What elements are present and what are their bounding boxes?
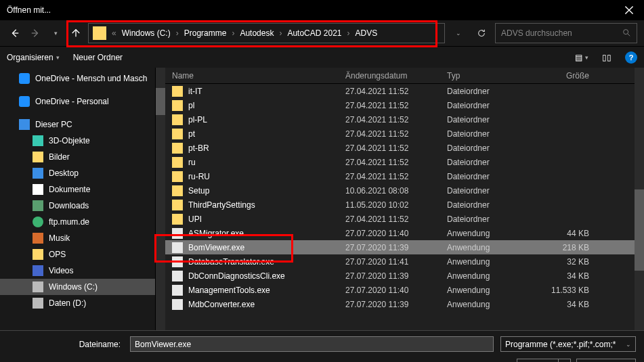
file-row[interactable]: DbConnDiagnosticsCli.exe 27.07.2020 11:3…	[165, 269, 635, 283]
file-row[interactable]: it-IT 27.04.2021 11:52 Dateiordner	[165, 84, 635, 98]
file-row[interactable]: ASMigrator.exe 27.07.2020 11:40 Anwendun…	[165, 226, 635, 240]
file-row[interactable]: pt 27.04.2021 11:52 Dateiordner	[165, 127, 635, 141]
breadcrumb-advs[interactable]: ADVS	[351, 28, 382, 38]
preview-pane-toggle[interactable]: ▯▯	[602, 53, 611, 62]
chevron-down-icon: ⌄	[626, 341, 631, 348]
file-list: it-IT 27.04.2021 11:52 Dateiordner pl 27…	[165, 84, 635, 330]
file-date: 27.04.2021 11:52	[345, 143, 447, 153]
file-type: Dateiordner	[447, 158, 528, 167]
sidebar-desktop[interactable]: Desktop	[0, 165, 155, 181]
organize-menu[interactable]: Organisieren▾	[7, 53, 60, 62]
search-placeholder: ADVS durchsuchen	[501, 28, 622, 38]
folder-icon	[172, 100, 183, 111]
file-type-filter[interactable]: Programme (*.exe;*.pif;*.com;*⌄	[500, 336, 636, 352]
arrow-right-icon	[30, 28, 40, 38]
folder-icon	[172, 114, 183, 125]
sidebar-scrollbar[interactable]	[156, 68, 165, 330]
new-folder-button[interactable]: Neuer Ordner	[73, 53, 123, 62]
col-name[interactable]: Name	[172, 71, 345, 81]
open-button[interactable]: Öffnen▾	[517, 359, 571, 362]
chevron-right-icon: ›	[175, 28, 180, 38]
file-type: Dateiordner	[447, 186, 528, 196]
sidebar-daten-d[interactable]: Daten (D:)	[0, 295, 155, 311]
folder-icon	[172, 214, 183, 225]
filename-row: Dateiname: BomViewer.exe Programme (*.ex…	[8, 336, 636, 352]
breadcrumb-autodesk[interactable]: Autodesk	[236, 28, 278, 38]
file-row[interactable]: Setup 10.06.2021 08:08 Dateiordner	[165, 183, 635, 198]
chevron-right-icon: ›	[278, 28, 283, 38]
file-row[interactable]: UPI 27.04.2021 11:52 Dateiordner	[165, 212, 635, 226]
sidebar-videos[interactable]: Videos	[0, 263, 155, 279]
sidebar-onedrive-personal[interactable]: OneDrive - Personal	[0, 93, 155, 110]
sidebar-this-pc[interactable]: Dieser PC	[0, 116, 155, 133]
filename-input[interactable]: BomViewer.exe	[130, 336, 494, 352]
pictures-icon	[33, 152, 43, 162]
file-type: Dateiordner	[447, 87, 528, 96]
col-type[interactable]: Typ	[447, 71, 528, 81]
cloud-icon	[19, 73, 30, 84]
refresh-button[interactable]	[472, 24, 491, 43]
button-row: Öffnen▾ Abbrechen	[8, 359, 636, 362]
svg-point-0	[624, 29, 628, 34]
cancel-button[interactable]: Abbrechen	[576, 359, 636, 362]
sidebar-item-label: OPS	[49, 250, 66, 259]
file-row[interactable]: pt-BR 27.04.2021 11:52 Dateiordner	[165, 141, 635, 155]
folder-icon	[172, 185, 183, 196]
file-type: Anwendung	[447, 257, 528, 267]
file-row[interactable]: ru-RU 27.04.2021 11:52 Dateiordner	[165, 169, 635, 183]
sidebar-ftp[interactable]: ftp.mum.de	[0, 214, 155, 230]
file-row[interactable]: pl 27.04.2021 11:52 Dateiordner	[165, 98, 635, 112]
open-split-dropdown[interactable]: ▾	[558, 359, 570, 362]
help-button[interactable]: ?	[625, 51, 637, 64]
3d-icon	[33, 135, 43, 146]
breadcrumb-prefix: «	[110, 28, 118, 38]
sidebar: OneDrive - Mensch und Masch OneDrive - P…	[0, 68, 156, 330]
filelist-scrollbar[interactable]	[635, 68, 644, 330]
forward-button[interactable]	[27, 25, 43, 41]
file-name: ru	[188, 158, 345, 167]
sidebar-pictures[interactable]: Bilder	[0, 149, 155, 165]
folder-icon	[172, 200, 183, 210]
pc-icon	[19, 119, 30, 130]
view-options[interactable]: ▤ ▾	[575, 53, 588, 62]
file-pane: Name Änderungsdatum Typ Größe it-IT 27.0…	[165, 68, 635, 330]
sidebar-item-label: Videos	[49, 266, 73, 275]
file-name: DatabaseTranslator.exe	[188, 257, 345, 267]
sidebar-item-label: OneDrive - Mensch und Masch	[35, 74, 147, 83]
file-row[interactable]: DatabaseTranslator.exe 27.07.2020 11:41 …	[165, 254, 635, 269]
main-area: OneDrive - Mensch und Masch OneDrive - P…	[0, 68, 644, 330]
sidebar-downloads[interactable]: Downloads	[0, 198, 155, 214]
address-bar[interactable]: « Windows (C:) › Programme › Autodesk › …	[88, 23, 445, 43]
file-row[interactable]: ThirdPartySettings 11.05.2020 10:02 Date…	[165, 198, 635, 212]
col-size[interactable]: Größe	[528, 71, 589, 81]
search-input[interactable]: ADVS durchsuchen	[495, 23, 637, 43]
folder-icon	[172, 157, 183, 168]
close-button[interactable]	[614, 0, 644, 20]
file-row[interactable]: BomViewer.exe 27.07.2020 11:39 Anwendung…	[165, 240, 635, 254]
scrollbar-thumb[interactable]	[635, 189, 644, 271]
exe-icon	[172, 228, 183, 239]
back-button[interactable]	[7, 25, 23, 41]
col-date[interactable]: Änderungsdatum	[345, 71, 447, 81]
sidebar-music[interactable]: Musik	[0, 230, 155, 246]
address-dropdown[interactable]: ⌄	[449, 24, 468, 43]
file-row[interactable]: ManagementTools.exe 27.07.2020 11:40 Anw…	[165, 283, 635, 297]
sidebar-3d-objects[interactable]: 3D-Objekte	[0, 133, 155, 149]
sidebar-ops[interactable]: OPS	[0, 246, 155, 263]
file-date: 27.07.2020 11:39	[345, 300, 447, 309]
scrollbar-thumb[interactable]	[156, 88, 165, 115]
breadcrumb-root[interactable]: Windows (C:)	[118, 28, 175, 38]
breadcrumb-programme[interactable]: Programme	[180, 28, 231, 38]
sidebar-item-label: 3D-Objekte	[49, 136, 90, 145]
file-row[interactable]: MdbConverter.exe 27.07.2020 11:39 Anwend…	[165, 297, 635, 311]
recent-dropdown[interactable]: ▾	[47, 25, 64, 41]
sidebar-onedrive-work[interactable]: OneDrive - Mensch und Masch	[0, 70, 155, 87]
up-button[interactable]	[68, 25, 84, 41]
sidebar-windows-c[interactable]: Windows (C:)	[0, 279, 155, 295]
file-row[interactable]: pl-PL 27.04.2021 11:52 Dateiordner	[165, 112, 635, 127]
file-row[interactable]: ru 27.04.2021 11:52 Dateiordner	[165, 155, 635, 169]
file-type: Dateiordner	[447, 129, 528, 139]
cloud-icon	[19, 96, 30, 107]
sidebar-documents[interactable]: Dokumente	[0, 181, 155, 198]
breadcrumb-autocad[interactable]: AutoCAD 2021	[283, 28, 345, 38]
